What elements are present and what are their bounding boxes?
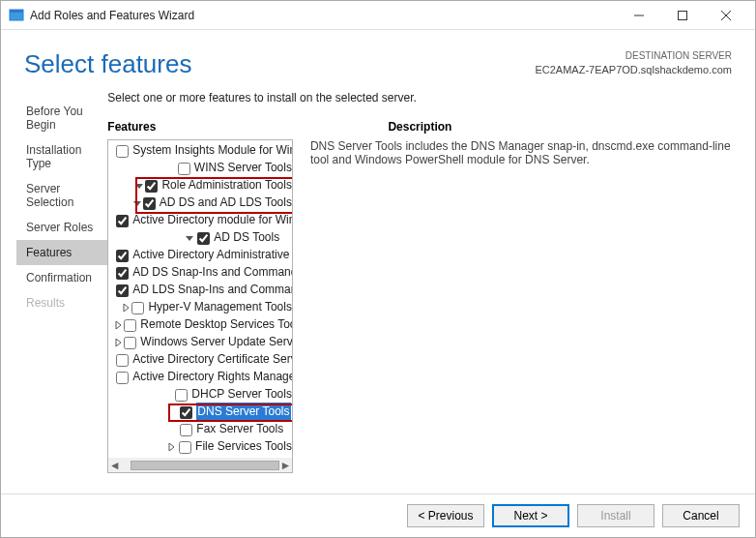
highlight-dns-tools	[168, 404, 292, 422]
tree-item[interactable]: File Services Tools	[114, 438, 292, 456]
close-button[interactable]	[704, 2, 747, 29]
svg-marker-11	[116, 339, 121, 346]
feature-checkbox[interactable]	[116, 267, 129, 280]
feature-checkbox[interactable]	[175, 389, 188, 402]
nav-features[interactable]: Features	[16, 240, 107, 265]
feature-label[interactable]: Fax Server Tools	[196, 420, 283, 438]
svg-marker-8	[186, 236, 193, 241]
install-button: Install	[577, 504, 654, 527]
tree-item[interactable]: AD LDS Snap-Ins and Command-Line To	[114, 282, 292, 299]
feature-checkbox[interactable]	[116, 250, 129, 262]
svg-rect-3	[678, 11, 686, 19]
tree-item[interactable]: AD DS Tools	[114, 229, 292, 247]
feature-checkbox[interactable]	[116, 145, 129, 158]
tree-item[interactable]: Windows Server Update Services Tools	[114, 334, 292, 351]
feature-checkbox[interactable]	[116, 354, 129, 367]
feature-label[interactable]: AD DS Snap-Ins and Command-Line	[132, 263, 292, 282]
feature-label[interactable]: AD LDS Snap-Ins and Command-Line To	[132, 281, 292, 299]
expand-icon[interactable]	[165, 441, 177, 453]
tree-item[interactable]: Hyper-V Management Tools	[114, 299, 292, 316]
highlight-role-admin	[135, 177, 292, 214]
feature-label[interactable]: Active Directory Certificate Services To…	[132, 350, 292, 369]
feature-label[interactable]: Active Directory module for Windows P	[132, 211, 292, 229]
nav-confirmation[interactable]: Confirmation	[16, 265, 107, 290]
nav-server-selection[interactable]: Server Selection	[16, 176, 107, 215]
tree-item[interactable]: WINS Server Tools	[114, 160, 292, 177]
feature-checkbox[interactable]	[179, 441, 191, 454]
features-heading: Features	[107, 120, 156, 134]
twisty-spacer	[162, 389, 173, 401]
feature-label[interactable]: DHCP Server Tools	[191, 385, 292, 404]
nav-before-you-begin[interactable]: Before You Begin	[16, 99, 107, 137]
tree-item[interactable]: System Insights Module for Windows Powe	[114, 142, 292, 160]
twisty-spacer	[164, 163, 176, 174]
description-heading: Description	[388, 120, 451, 134]
tree-item[interactable]: Remote Desktop Services Tools	[114, 316, 292, 334]
feature-label[interactable]: File Services Tools	[195, 437, 292, 456]
next-button[interactable]: Next >	[492, 504, 569, 527]
feature-checkbox[interactable]	[116, 215, 129, 227]
svg-rect-1	[10, 10, 23, 13]
maximize-button[interactable]	[660, 2, 704, 29]
wizard-footer: < Previous Next > Install Cancel	[1, 493, 755, 537]
feature-checkbox[interactable]	[116, 372, 129, 384]
feature-checkbox[interactable]	[131, 302, 144, 314]
cancel-button[interactable]: Cancel	[662, 504, 740, 527]
minimize-button[interactable]	[617, 2, 660, 29]
expand-icon[interactable]	[114, 337, 122, 348]
scroll-left-icon[interactable]: ◄	[108, 458, 121, 472]
collapse-icon[interactable]	[184, 232, 195, 244]
window-title: Add Roles and Features Wizard	[30, 9, 617, 22]
svg-marker-12	[169, 443, 174, 451]
destination-server-block: DESTINATION SERVER EC2AMAZ-7EAP7OD.sqlsh…	[535, 49, 732, 77]
svg-marker-9	[124, 304, 129, 312]
feature-label[interactable]: Windows Server Update Services Tools	[140, 333, 292, 351]
feature-checkbox[interactable]	[197, 232, 210, 245]
destination-server: EC2AMAZ-7EAP7OD.sqlshackdemo.com	[535, 63, 732, 77]
feature-checkbox[interactable]	[116, 284, 129, 297]
wizard-nav: Before You BeginInstallation TypeServer …	[1, 89, 107, 473]
tree-item[interactable]: Fax Server Tools	[114, 421, 292, 438]
horizontal-scrollbar[interactable]: ◄ ►	[108, 458, 292, 472]
nav-results: Results	[16, 290, 107, 315]
tree-item[interactable]: Active Directory module for Windows P	[114, 212, 292, 229]
features-tree-pane: System Insights Module for Windows PoweW…	[107, 139, 293, 473]
tree-item[interactable]: DHCP Server Tools	[114, 386, 292, 404]
feature-checkbox[interactable]	[124, 337, 136, 349]
feature-label[interactable]: Remote Desktop Services Tools	[140, 315, 292, 334]
destination-label: DESTINATION SERVER	[535, 49, 732, 63]
feature-label[interactable]: System Insights Module for Windows Powe	[132, 141, 292, 160]
feature-label[interactable]: Hyper-V Management Tools	[148, 298, 292, 316]
feature-label[interactable]: AD DS Tools	[214, 228, 279, 247]
previous-button[interactable]: < Previous	[407, 504, 484, 527]
feature-checkbox[interactable]	[178, 163, 190, 175]
feature-checkbox[interactable]	[124, 319, 136, 332]
tree-item[interactable]: Active Directory Certificate Services To…	[114, 351, 292, 369]
scroll-right-icon[interactable]: ►	[279, 458, 292, 472]
tree-item[interactable]: Active Directory Rights Management Servi…	[114, 369, 292, 386]
scrollbar-thumb[interactable]	[131, 461, 279, 470]
tree-item[interactable]: Active Directory Administrative Cent	[114, 247, 292, 264]
nav-server-roles[interactable]: Server Roles	[16, 215, 107, 240]
description-text: DNS Server Tools includes the DNS Manage…	[310, 139, 745, 473]
page-title: Select features	[24, 49, 191, 79]
titlebar: Add Roles and Features Wizard	[1, 1, 755, 30]
twisty-spacer	[166, 424, 178, 435]
nav-installation-type[interactable]: Installation Type	[16, 137, 107, 176]
feature-label[interactable]: WINS Server Tools	[194, 159, 292, 177]
feature-label[interactable]: Active Directory Administrative Cent	[132, 246, 292, 264]
app-icon	[9, 8, 24, 23]
tree-item[interactable]: AD DS Snap-Ins and Command-Line	[114, 264, 292, 282]
svg-marker-10	[116, 321, 121, 329]
instruction-text: Select one or more features to install o…	[107, 91, 745, 105]
feature-checkbox[interactable]	[180, 424, 192, 436]
expand-icon[interactable]	[122, 302, 130, 314]
feature-label[interactable]: Active Directory Rights Management Servi…	[132, 368, 292, 386]
expand-icon[interactable]	[114, 319, 122, 331]
